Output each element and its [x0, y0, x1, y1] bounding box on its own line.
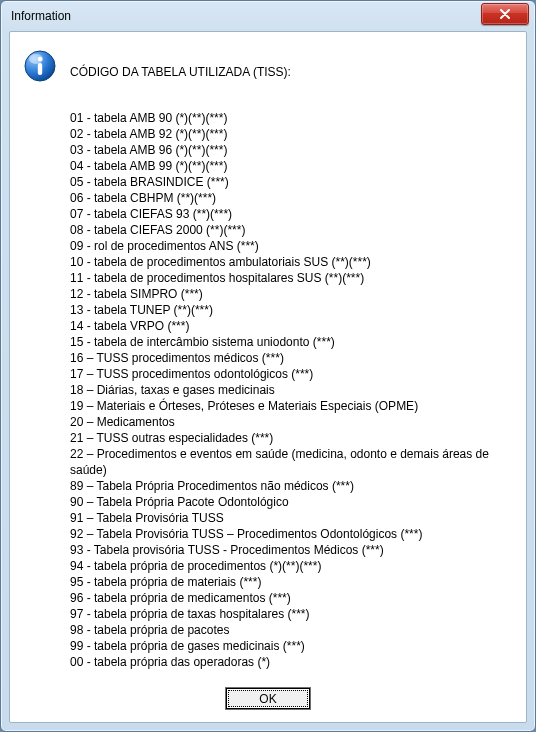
code-list: 01 - tabela AMB 90 (*)(**)(***)02 - tabe…	[70, 110, 512, 670]
code-line: 98 - tabela própria de pacotes	[70, 622, 512, 638]
code-line: 21 – TUSS outras especialidades (***)	[70, 430, 512, 446]
code-line: 89 – Tabela Própria Procedimentos não mé…	[70, 478, 512, 494]
code-line: 99 - tabela própria de gases medicinais …	[70, 638, 512, 654]
code-line: 05 - tabela BRASINDICE (***)	[70, 174, 512, 190]
code-line: 08 - tabela CIEFAS 2000 (**)(***)	[70, 222, 512, 238]
code-line: 91 – Tabela Provisória TUSS	[70, 510, 512, 526]
ok-button[interactable]: OK	[225, 687, 311, 710]
dialog-window: Information	[0, 0, 536, 732]
close-icon	[499, 9, 511, 19]
code-line: 20 – Medicamentos	[70, 414, 512, 430]
code-line: 15 - tabela de intercâmbio sistema uniod…	[70, 334, 512, 350]
code-line: 10 - tabela de procedimentos ambulatoria…	[70, 254, 512, 270]
message-heading: CÓDIGO DA TABELA UTILIZADA (TISS):	[70, 64, 512, 80]
code-line: 17 – TUSS procedimentos odontológicos (*…	[70, 366, 512, 382]
message-text: CÓDIGO DA TABELA UTILIZADA (TISS): 01 - …	[70, 48, 512, 679]
code-line: 14 - tabela VRPO (***)	[70, 318, 512, 334]
titlebar[interactable]: Information	[1, 1, 535, 31]
code-line: 92 – Tabela Provisória TUSS – Procedimen…	[70, 526, 512, 542]
svg-rect-3	[38, 63, 42, 75]
code-line: 22 – Procedimentos e eventos em saúde (m…	[70, 446, 512, 478]
code-line: 90 – Tabela Própria Pacote Odontológico	[70, 494, 512, 510]
code-line: 95 - tabela própria de materiais (***)	[70, 574, 512, 590]
client-area: CÓDIGO DA TABELA UTILIZADA (TISS): 01 - …	[9, 31, 527, 723]
code-line: 11 - tabela de procedimentos hospitalare…	[70, 270, 512, 286]
code-line: 18 – Diárias, taxas e gases medicinais	[70, 382, 512, 398]
code-line: 00 - tabela própria das operadoras (*)	[70, 654, 512, 670]
dialog-footer: OK	[24, 679, 512, 710]
code-line: 01 - tabela AMB 90 (*)(**)(***)	[70, 110, 512, 126]
code-line: 06 - tabela CBHPM (**)(***)	[70, 190, 512, 206]
svg-point-2	[38, 57, 42, 61]
code-line: 19 – Materiais e Órteses, Próteses e Mat…	[70, 398, 512, 414]
code-line: 16 – TUSS procedimentos médicos (***)	[70, 350, 512, 366]
code-line: 96 - tabela própria de medicamentos (***…	[70, 590, 512, 606]
code-line: 97 - tabela própria de taxas hospitalare…	[70, 606, 512, 622]
window-title: Information	[11, 1, 481, 31]
information-icon	[24, 50, 56, 82]
code-line: 03 - tabela AMB 96 (*)(**)(***)	[70, 142, 512, 158]
code-line: 02 - tabela AMB 92 (*)(**)(***)	[70, 126, 512, 142]
code-line: 13 - tabela TUNEP (**)(***)	[70, 302, 512, 318]
code-line: 04 - tabela AMB 99 (*)(**)(***)	[70, 158, 512, 174]
code-line: 12 - tabela SIMPRO (***)	[70, 286, 512, 302]
code-line: 09 - rol de procedimentos ANS (***)	[70, 238, 512, 254]
code-line: 07 - tabela CIEFAS 93 (**)(***)	[70, 206, 512, 222]
close-button[interactable]	[481, 3, 529, 25]
code-line: 94 - tabela própria de procedimentos (*)…	[70, 558, 512, 574]
code-line: 93 - Tabela provisória TUSS - Procedimen…	[70, 542, 512, 558]
